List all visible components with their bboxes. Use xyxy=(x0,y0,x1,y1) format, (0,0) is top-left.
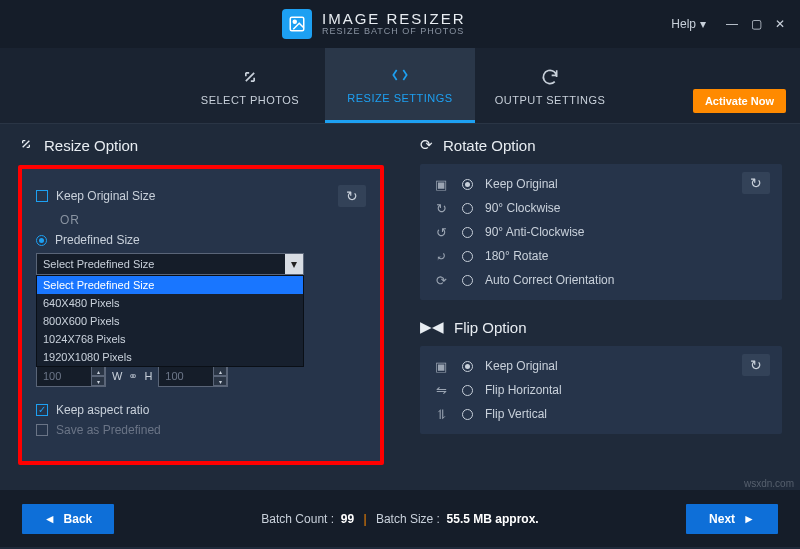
keep-aspect-label: Keep aspect ratio xyxy=(56,403,149,417)
option-label: Keep Original xyxy=(485,359,558,373)
width-step-down[interactable]: ▾ xyxy=(91,376,105,386)
close-button[interactable]: ✕ xyxy=(768,12,792,36)
rotate-cw-icon: ↻ xyxy=(432,201,450,215)
tab-select-photos[interactable]: SELECT PHOTOS xyxy=(175,48,325,123)
reset-rotate-button[interactable]: ↻ xyxy=(742,172,770,194)
flip-icon: ▶◀ xyxy=(420,318,444,336)
auto-correct-icon: ⟳ xyxy=(432,273,450,287)
tab-output-settings[interactable]: OUTPUT SETTINGS xyxy=(475,48,625,123)
height-step-down[interactable]: ▾ xyxy=(213,376,227,386)
rotate-90cw-radio[interactable] xyxy=(462,203,473,214)
option-label: Auto Correct Orientation xyxy=(485,273,614,287)
help-label: Help xyxy=(671,17,696,31)
width-step-up[interactable]: ▴ xyxy=(91,366,105,376)
keep-original-size-label: Keep Original Size xyxy=(56,189,155,203)
minimize-button[interactable]: — xyxy=(720,12,744,36)
flip-keep-original-radio[interactable] xyxy=(462,361,473,372)
dropdown-arrow-icon[interactable]: ▾ xyxy=(285,254,303,274)
height-step-up[interactable]: ▴ xyxy=(213,366,227,376)
select-value: Select Predefined Size xyxy=(37,258,285,270)
flip-vertical-icon: ⥮ xyxy=(432,407,450,421)
keep-aspect-checkbox[interactable]: ✓ xyxy=(36,404,48,416)
height-label: H xyxy=(144,370,152,382)
size-option[interactable]: 1024X768 Pixels xyxy=(37,330,303,348)
rotate-ccw-icon: ↺ xyxy=(432,225,450,239)
link-icon[interactable]: ⚭ xyxy=(128,369,138,383)
app-subtitle: RESIZE BATCH OF PHOTOS xyxy=(322,27,466,37)
tab-label: SELECT PHOTOS xyxy=(201,94,299,106)
rotate-icon: ⟳ xyxy=(420,136,433,154)
option-label: 90° Clockwise xyxy=(485,201,561,215)
rotate-180-icon: ⤾ xyxy=(432,249,450,263)
rotate-keep-original-radio[interactable] xyxy=(462,179,473,190)
or-label: OR xyxy=(60,213,80,227)
app-logo xyxy=(282,9,312,39)
height-input[interactable]: 100 ▴▾ xyxy=(158,365,228,387)
predefined-size-select[interactable]: Select Predefined Size ▾ xyxy=(36,253,304,275)
chevron-right-icon: ► xyxy=(743,512,755,526)
footer-bar: ◄ Back Batch Count : 99 | Batch Size : 5… xyxy=(0,490,800,547)
reset-flip-button[interactable]: ↻ xyxy=(742,354,770,376)
next-button[interactable]: Next ► xyxy=(686,504,778,534)
rotate-option-heading: ⟳ Rotate Option xyxy=(420,136,782,154)
svg-rect-0 xyxy=(290,17,304,31)
chevron-left-icon: ◄ xyxy=(44,512,56,526)
chevron-down-icon: ▾ xyxy=(700,17,706,31)
image-icon: ▣ xyxy=(432,359,450,373)
help-menu[interactable]: Help ▾ xyxy=(671,17,706,31)
rotate-options-panel: ↻ ▣ Keep Original ↻ 90° Clockwise ↺ 90° … xyxy=(420,164,782,300)
title-bar: IMAGE RESIZER RESIZE BATCH OF PHOTOS Hel… xyxy=(0,0,800,48)
app-title-block: IMAGE RESIZER RESIZE BATCH OF PHOTOS xyxy=(322,11,466,37)
rotate-180-radio[interactable] xyxy=(462,251,473,262)
back-button[interactable]: ◄ Back xyxy=(22,504,114,534)
option-label: Keep Original xyxy=(485,177,558,191)
predefined-size-label: Predefined Size xyxy=(55,233,140,247)
flip-options-panel: ↻ ▣ Keep Original ⇋ Flip Horizontal ⥮ Fl… xyxy=(420,346,782,434)
app-title: IMAGE RESIZER xyxy=(322,11,466,28)
maximize-button[interactable]: ▢ xyxy=(744,12,768,36)
batch-info: Batch Count : 99 | Batch Size : 55.5 MB … xyxy=(130,512,670,526)
expand-icon xyxy=(239,66,261,88)
flip-vertical-radio[interactable] xyxy=(462,409,473,420)
reset-resize-button[interactable]: ↻ xyxy=(338,185,366,207)
svg-point-1 xyxy=(293,20,296,23)
option-label: Flip Vertical xyxy=(485,407,547,421)
width-input[interactable]: 100 ▴▾ xyxy=(36,365,106,387)
flip-horizontal-icon: ⇋ xyxy=(432,383,450,397)
save-predefined-label: Save as Predefined xyxy=(56,423,161,437)
size-option[interactable]: 800X600 Pixels xyxy=(37,312,303,330)
tab-resize-settings[interactable]: RESIZE SETTINGS xyxy=(325,48,475,123)
activate-button[interactable]: Activate Now xyxy=(693,89,786,113)
flip-horizontal-radio[interactable] xyxy=(462,385,473,396)
resize-options-panel: Keep Original Size ↻ OR Predefined Size … xyxy=(18,165,384,465)
predefined-size-radio[interactable] xyxy=(36,235,47,246)
resize-icon xyxy=(389,64,411,86)
size-option[interactable]: 1920X1080 Pixels xyxy=(37,348,303,366)
refresh-icon xyxy=(539,66,561,88)
predefined-size-dropdown: Select Predefined Size 640X480 Pixels 80… xyxy=(36,275,304,367)
tab-bar: SELECT PHOTOS RESIZE SETTINGS OUTPUT SET… xyxy=(0,48,800,124)
size-option[interactable]: Select Predefined Size xyxy=(37,276,303,294)
save-predefined-checkbox[interactable] xyxy=(36,424,48,436)
option-label: 90° Anti-Clockwise xyxy=(485,225,585,239)
tab-label: OUTPUT SETTINGS xyxy=(495,94,606,106)
watermark: wsxdn.com xyxy=(744,478,794,489)
size-option[interactable]: 640X480 Pixels xyxy=(37,294,303,312)
option-label: 180° Rotate xyxy=(485,249,549,263)
option-label: Flip Horizontal xyxy=(485,383,562,397)
tab-label: RESIZE SETTINGS xyxy=(347,92,452,104)
resize-option-heading: Resize Option xyxy=(18,136,384,155)
width-label: W xyxy=(112,370,122,382)
flip-option-heading: ▶◀ Flip Option xyxy=(420,318,782,336)
expand-icon xyxy=(18,136,34,155)
image-icon: ▣ xyxy=(432,177,450,191)
keep-original-size-checkbox[interactable] xyxy=(36,190,48,202)
rotate-auto-radio[interactable] xyxy=(462,275,473,286)
rotate-90ccw-radio[interactable] xyxy=(462,227,473,238)
